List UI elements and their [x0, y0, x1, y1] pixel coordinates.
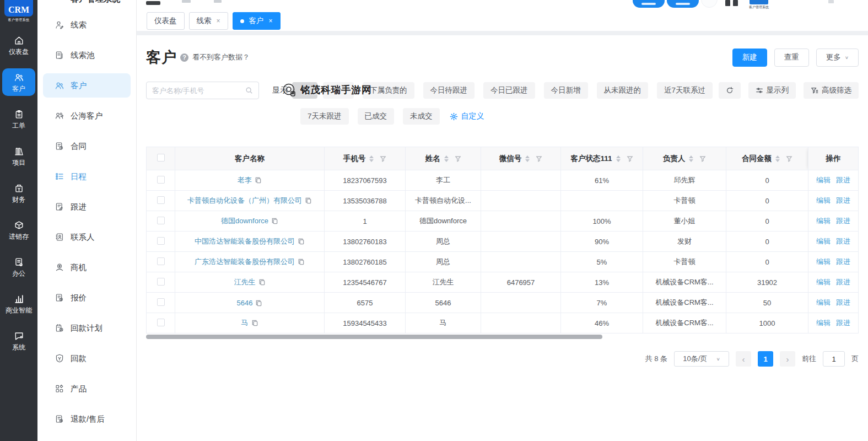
row-checkbox[interactable] — [157, 278, 165, 286]
sort-desc-icon[interactable] — [369, 159, 374, 162]
secondary-nav-item-回款[interactable]: 回款 — [43, 346, 131, 370]
row-action-跟进[interactable]: 跟进 — [836, 319, 850, 327]
customer-name-link[interactable]: 中国浩达智能装备股份有限公司 — [195, 237, 295, 245]
copy-icon[interactable] — [305, 197, 312, 204]
filter-funnel-icon[interactable] — [536, 155, 542, 162]
filter-funnel-icon[interactable] — [627, 155, 633, 162]
sort-desc-icon[interactable] — [775, 159, 780, 162]
column-header-负责人[interactable]: 负责人 — [643, 147, 726, 170]
column-header-姓名[interactable]: 姓名 — [406, 147, 481, 170]
customer-name-link[interactable]: 德国downforce — [221, 217, 268, 225]
refresh-button[interactable] — [719, 82, 741, 99]
row-action-跟进[interactable]: 跟进 — [836, 278, 850, 286]
sort-desc-icon[interactable] — [616, 159, 621, 162]
row-action-编辑[interactable]: 编辑 — [816, 196, 831, 205]
customer-name-link[interactable]: 马 — [241, 319, 249, 327]
filter-chip-今日待跟进[interactable]: 今日待跟进 — [423, 82, 475, 99]
row-action-跟进[interactable]: 跟进 — [836, 237, 850, 245]
primary-nav-item-进销存[interactable]: 进销存 — [2, 216, 35, 244]
copy-icon[interactable] — [258, 278, 266, 286]
row-action-编辑[interactable]: 编辑 — [816, 257, 831, 266]
filter-chip-covered-by-watermark[interactable] — [292, 82, 317, 99]
search-icon[interactable] — [245, 87, 253, 94]
header-primary-button-partial[interactable] — [667, 0, 699, 8]
column-header-合同金额[interactable]: 合同金额 — [726, 147, 808, 170]
help-icon[interactable]: ? — [180, 53, 188, 62]
sort-asc-icon[interactable] — [369, 155, 374, 158]
column-header-手机号[interactable]: 手机号 — [325, 147, 406, 170]
primary-nav-item-客户[interactable]: 客户 — [2, 68, 35, 96]
sort-asc-icon[interactable] — [616, 155, 621, 158]
row-action-编辑[interactable]: 编辑 — [816, 176, 831, 184]
row-action-编辑[interactable]: 编辑 — [816, 237, 831, 245]
column-header-客户状态111[interactable]: 客户状态111 — [561, 147, 643, 170]
column-header-客户名称[interactable]: 客户名称 — [175, 147, 325, 170]
copy-icon[interactable] — [298, 258, 305, 265]
secondary-nav-item-回款计划[interactable]: 回款计划 — [43, 316, 131, 340]
row-checkbox[interactable] — [157, 298, 165, 306]
header-avatar-partial[interactable] — [725, 0, 730, 6]
dedupe-button[interactable]: 查重 — [774, 49, 809, 67]
search-input[interactable] — [152, 87, 245, 95]
advanced-filter-button[interactable]: 高级筛选 — [804, 82, 859, 99]
secondary-nav-item-线索[interactable]: 线索 — [43, 13, 131, 37]
filter-chip-covered-by-watermark[interactable] — [323, 82, 354, 99]
filter-chip-近7天联系过[interactable]: 近7天联系过 — [657, 82, 713, 99]
tab-close-icon[interactable]: × — [269, 18, 273, 24]
more-button[interactable]: 更多 ∨ — [816, 49, 859, 67]
tab-close-icon[interactable]: × — [217, 18, 220, 24]
next-page-button[interactable]: › — [780, 351, 795, 367]
row-checkbox[interactable] — [157, 196, 165, 204]
filter-chip-未成交[interactable]: 未成交 — [403, 108, 440, 125]
secondary-nav-item-联系人[interactable]: 联系人 — [43, 225, 131, 249]
copy-icon[interactable] — [251, 319, 258, 326]
row-checkbox[interactable] — [157, 217, 165, 224]
customer-name-link[interactable]: 老李 — [238, 176, 252, 184]
secondary-nav-item-公海客户[interactable]: 公海客户 — [43, 104, 131, 128]
filter-funnel-icon[interactable] — [380, 155, 386, 162]
filter-chip-从未跟进的[interactable]: 从未跟进的 — [597, 82, 649, 99]
page-size-select[interactable]: 10条/页 ∨ — [674, 351, 729, 367]
row-checkbox[interactable] — [157, 237, 165, 245]
copy-icon[interactable] — [255, 299, 262, 306]
row-action-编辑[interactable]: 编辑 — [816, 298, 831, 306]
filter-funnel-icon[interactable] — [786, 155, 792, 162]
sort-desc-icon[interactable] — [444, 159, 449, 162]
app-logo[interactable]: CRM — [4, 0, 33, 17]
secondary-nav-item-产品[interactable]: 产品 — [43, 377, 131, 401]
header-bell-button-partial[interactable] — [701, 0, 718, 8]
secondary-nav-item-跟进[interactable]: 跟进 — [43, 195, 131, 219]
secondary-nav-item-报价[interactable]: 报价 — [43, 286, 131, 310]
row-action-编辑[interactable]: 编辑 — [816, 319, 831, 327]
create-button[interactable]: 新建 — [732, 49, 767, 67]
secondary-nav-item-日程[interactable]: 日程 — [43, 164, 131, 189]
row-checkbox[interactable] — [157, 176, 165, 184]
primary-nav-item-财务[interactable]: 财务 — [2, 179, 35, 207]
row-action-编辑[interactable]: 编辑 — [816, 217, 831, 225]
sort-desc-icon[interactable] — [689, 159, 693, 162]
select-all-checkbox[interactable] — [157, 154, 165, 162]
prev-page-button[interactable]: ‹ — [736, 351, 751, 367]
secondary-nav-item-退款/售后[interactable]: 退款/售后 — [43, 407, 131, 431]
tab-客户[interactable]: 客户× — [233, 12, 281, 30]
filter-chip-7天未跟进[interactable]: 7天未跟进 — [300, 108, 349, 125]
row-action-跟进[interactable]: 跟进 — [836, 257, 850, 266]
customer-name-link[interactable]: 5646 — [237, 299, 253, 307]
tab-仪表盘[interactable]: 仪表盘 — [147, 12, 185, 30]
filter-chip-今日已跟进[interactable]: 今日已跟进 — [483, 82, 535, 99]
copy-icon[interactable] — [255, 176, 262, 184]
primary-nav-item-项目[interactable]: 项目 — [2, 142, 35, 170]
copy-icon[interactable] — [298, 238, 305, 245]
filter-funnel-icon[interactable] — [455, 155, 461, 162]
sort-asc-icon[interactable] — [775, 155, 780, 158]
help-text[interactable]: 看不到客户数据？ — [192, 52, 250, 62]
column-header-操作[interactable]: 操作 — [808, 147, 859, 170]
row-action-跟进[interactable]: 跟进 — [836, 217, 850, 225]
column-header-微信号[interactable]: 微信号 — [481, 147, 561, 170]
sort-desc-icon[interactable] — [525, 159, 530, 162]
secondary-nav-item-客户[interactable]: 客户 — [43, 73, 131, 98]
hamburger-menu-icon[interactable] — [146, 1, 160, 5]
secondary-nav-item-合同[interactable]: 合同 — [43, 134, 131, 158]
primary-nav-item-商业智能[interactable]: 商业智能 — [2, 290, 35, 318]
secondary-nav-item-商机[interactable]: 商机 — [43, 255, 131, 279]
